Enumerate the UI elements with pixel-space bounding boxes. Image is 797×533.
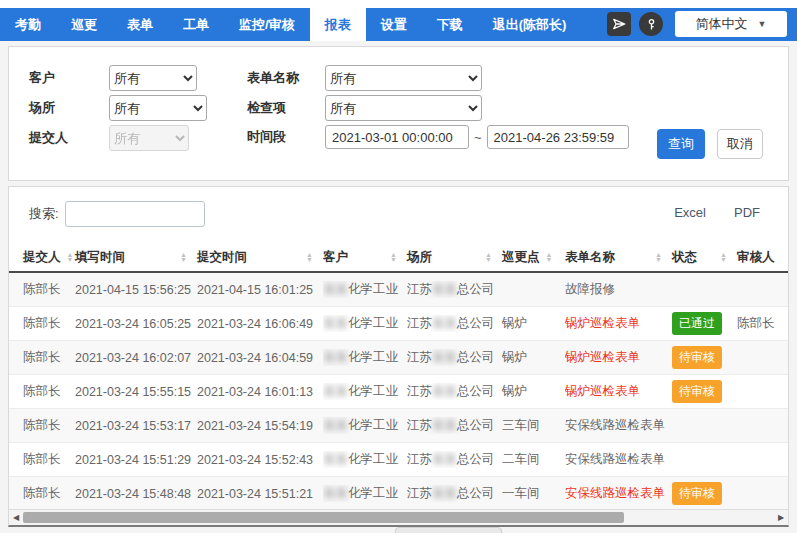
scrollbar-thumb[interactable]: [23, 512, 624, 523]
cell-customer: 某某化学工业: [323, 349, 407, 366]
cell-submit-time: 2021-03-24 15:54:19: [197, 419, 323, 433]
cell-fill-time: 2021-03-24 15:51:29: [75, 453, 197, 467]
nav-tab-forms[interactable]: 表单: [112, 8, 168, 41]
site-select[interactable]: 所有: [109, 95, 207, 121]
time-range-label: 时间段: [247, 128, 325, 146]
cell-site: 江苏某某总公司: [407, 451, 502, 468]
time-start-input[interactable]: [325, 125, 469, 149]
search-label: 搜索:: [29, 205, 59, 223]
cell-customer: 某某化学工业: [323, 281, 407, 298]
nav-tab-settings[interactable]: 设置: [366, 8, 422, 41]
table-row[interactable]: 陈部长 2021-03-24 15:51:29 2021-03-24 15:52…: [9, 443, 788, 477]
customer-label: 客户: [29, 69, 109, 87]
cell-submitter: 陈部长: [9, 315, 75, 332]
filter-row-site: 场所 所有: [29, 95, 207, 121]
cell-fill-time: 2021-04-15 15:56:25: [75, 283, 197, 297]
bottom-peek-element: [395, 527, 502, 533]
nav-tab-workorder[interactable]: 工单: [168, 8, 224, 41]
sort-icon[interactable]: ▲▼: [180, 252, 187, 262]
cell-submit-time: 2021-03-24 16:06:49: [197, 317, 323, 331]
cell-form-name: 安保线路巡检表单: [565, 485, 672, 502]
scroll-right-arrow-icon[interactable]: ▶: [774, 513, 788, 522]
column-header-submitter: 提交人▲▼: [9, 249, 75, 266]
nav-tab-download[interactable]: 下载: [422, 8, 478, 41]
cell-submit-time: 2021-03-24 16:01:13: [197, 385, 323, 399]
check-item-label: 检查项: [247, 99, 325, 117]
form-name-label: 表单名称: [247, 69, 325, 87]
column-header-site: 场所▲▼: [407, 249, 502, 266]
scrollbar-track[interactable]: [23, 510, 774, 525]
table-row[interactable]: 陈部长 2021-04-15 15:56:25 2021-04-15 16:01…: [9, 273, 788, 307]
column-header-reviewer: 审核人: [737, 249, 777, 266]
customer-select[interactable]: 所有: [109, 65, 197, 91]
search-row: 搜索:: [29, 201, 205, 227]
language-label: 简体中文: [696, 15, 748, 33]
language-select[interactable]: 简体中文 ▼: [675, 11, 787, 37]
filter-row-form-name: 表单名称 所有: [247, 65, 482, 91]
time-end-input[interactable]: [487, 125, 629, 149]
sort-icon[interactable]: ▲▼: [306, 252, 313, 262]
cell-submit-time: 2021-04-15 16:01:25: [197, 283, 323, 297]
table-row[interactable]: 陈部长 2021-03-24 15:53:17 2021-03-24 15:54…: [9, 409, 788, 443]
nav-tab-attendance[interactable]: 考勤: [0, 8, 56, 41]
cell-site: 江苏某某总公司: [407, 281, 502, 298]
column-header-customer: 客户▲▼: [323, 249, 407, 266]
horizontal-scrollbar[interactable]: ◀ ▶: [9, 509, 788, 525]
check-item-select[interactable]: 所有: [325, 95, 482, 121]
scroll-left-arrow-icon[interactable]: ◀: [9, 513, 23, 522]
nav-tab-logout[interactable]: 退出(陈部长): [478, 8, 582, 41]
cell-patrol-point: 锅炉: [502, 315, 565, 332]
search-input[interactable]: [65, 201, 205, 227]
export-pdf-link[interactable]: PDF: [734, 205, 760, 220]
sort-icon[interactable]: ▲▼: [720, 252, 727, 262]
cell-submitter: 陈部长: [9, 417, 75, 434]
column-header-form-name: 表单名称▲▼: [565, 249, 672, 266]
cell-customer: 某某化学工业: [323, 315, 407, 332]
cell-submit-time: 2021-03-24 15:52:43: [197, 453, 323, 467]
paper-plane-icon[interactable]: [607, 12, 631, 36]
submitter-label: 提交人: [29, 129, 109, 147]
sort-icon[interactable]: ▲▼: [390, 252, 397, 262]
table-row[interactable]: 陈部长 2021-03-24 16:05:25 2021-03-24 16:06…: [9, 307, 788, 341]
cell-form-name: 安保线路巡检表单: [565, 417, 672, 434]
cell-site: 江苏某某总公司: [407, 417, 502, 434]
cell-patrol-point: 一车间: [502, 485, 565, 502]
sort-icon[interactable]: ▲▼: [655, 252, 662, 262]
query-button[interactable]: 查询: [657, 129, 705, 159]
chevron-down-icon: ▼: [758, 19, 767, 29]
cell-fill-time: 2021-03-24 16:02:07: [75, 351, 197, 365]
cell-submitter: 陈部长: [9, 281, 75, 298]
sort-icon[interactable]: ▲▼: [546, 252, 553, 262]
cell-site: 江苏某某总公司: [407, 315, 502, 332]
table-row[interactable]: 陈部长 2021-03-24 16:02:07 2021-03-24 16:04…: [9, 341, 788, 375]
filter-row-customer: 客户 所有: [29, 65, 197, 91]
nav-tab-monitor-review[interactable]: 监控/审核: [224, 8, 310, 41]
table-row[interactable]: 陈部长 2021-03-24 15:55:15 2021-03-24 16:01…: [9, 375, 788, 409]
cell-status: 已通过: [672, 312, 737, 335]
cell-customer: 某某化学工业: [323, 417, 407, 434]
filter-row-time-range: 时间段 ~: [247, 125, 629, 149]
cell-form-name: 锅炉巡检表单: [565, 349, 672, 366]
status-badge: 已通过: [672, 312, 722, 335]
sort-icon[interactable]: ▲▼: [485, 252, 492, 262]
sort-icon[interactable]: ▲▼: [67, 252, 74, 262]
cell-fill-time: 2021-03-24 15:55:15: [75, 385, 197, 399]
column-header-submit-time: 提交时间▲▼: [197, 249, 323, 266]
cell-fill-time: 2021-03-24 15:53:17: [75, 419, 197, 433]
nav-spacer: [581, 8, 603, 41]
status-badge: 待审核: [672, 380, 722, 403]
key-icon[interactable]: [639, 12, 663, 36]
cancel-button[interactable]: 取消: [717, 129, 763, 159]
nav-tab-reports[interactable]: 报表: [310, 8, 366, 41]
table-header-row: 提交人▲▼ 填写时间▲▼ 提交时间▲▼ 客户▲▼ 场所▲▼ 巡更点▲▼ 表单名称…: [9, 243, 788, 273]
export-excel-link[interactable]: Excel: [674, 205, 706, 220]
table-row[interactable]: 陈部长 2021-03-24 15:48:48 2021-03-24 15:51…: [9, 477, 788, 511]
cell-patrol-point: 二车间: [502, 451, 565, 468]
nav-tab-patrol[interactable]: 巡更: [56, 8, 112, 41]
form-name-select[interactable]: 所有: [325, 65, 482, 91]
filter-row-submitter: 提交人 所有: [29, 125, 189, 151]
cell-form-name: 故障报修: [565, 281, 672, 298]
cell-submitter: 陈部长: [9, 451, 75, 468]
cell-status: 待审核: [672, 380, 737, 403]
filter-panel: 客户 所有 场所 所有 提交人 所有 表单名称 所有 检查项 所有 时间段 ~ …: [8, 46, 789, 181]
